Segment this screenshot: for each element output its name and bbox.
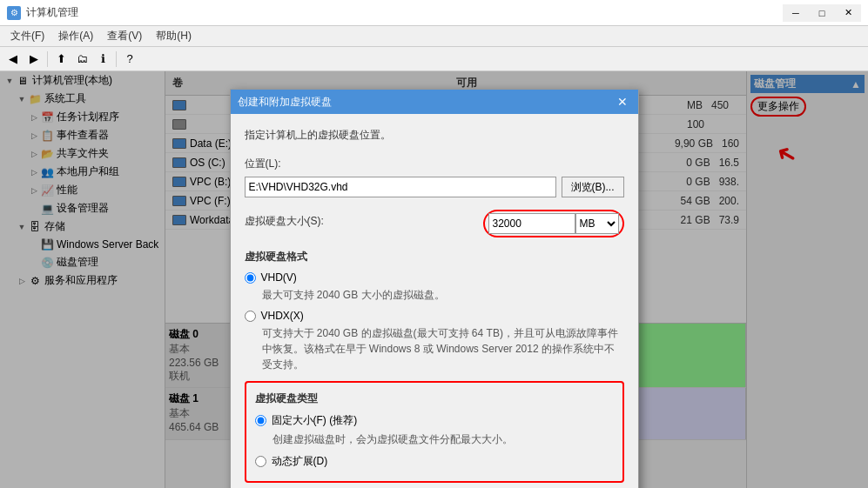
title-bar: ⚙ 计算机管理 ─ □ ✕ — [0, 0, 868, 26]
vhd-radio-row: VHD(V) — [245, 271, 624, 284]
main-layout: ▼ 🖥 计算机管理(本地) ▼ 📁 系统工具 ▷ 📅 任务计划程序 ▷ 📋 事件… — [0, 71, 868, 488]
properties-button[interactable]: ℹ — [93, 50, 112, 69]
vhdx-label: VHDX(X) — [261, 310, 304, 322]
browse-button[interactable]: 浏览(B)... — [562, 177, 624, 197]
format-section-title: 虚拟硬盘格式 — [245, 250, 624, 264]
menu-view[interactable]: 查看(V) — [100, 27, 149, 45]
modal-overlay: 创建和附加虚拟硬盘 ✕ 指定计算机上的虚拟硬盘位置。 位置(L): 浏览(B).… — [0, 71, 868, 488]
vhd-desc: 最大可支持 2040 GB 大小的虚拟磁盘。 — [262, 287, 624, 303]
vhd-label: VHD(V) — [261, 271, 297, 284]
modal-body: 指定计算机上的虚拟硬盘位置。 位置(L): 浏览(B)... 虚拟硬盘大小(S)… — [231, 114, 638, 488]
location-row: 浏览(B)... — [245, 177, 624, 197]
fixed-label: 固定大小(F) (推荐) — [272, 413, 358, 428]
dynamic-radio[interactable] — [255, 456, 266, 467]
close-button[interactable]: ✕ — [835, 4, 861, 22]
minimize-button[interactable]: ─ — [783, 4, 809, 22]
modal-close-button[interactable]: ✕ — [614, 94, 631, 110]
show-hide-button[interactable]: 🗂 — [72, 50, 91, 69]
size-row: 虚拟硬盘大小(S): MB GB TB — [245, 210, 624, 237]
vhdx-radio-row: VHDX(X) — [245, 310, 624, 322]
window-controls: ─ □ ✕ — [783, 4, 861, 22]
dynamic-radio-row: 动态扩展(D) — [255, 454, 614, 469]
create-vhd-dialog: 创建和附加虚拟硬盘 ✕ 指定计算机上的虚拟硬盘位置。 位置(L): 浏览(B).… — [230, 89, 639, 488]
fixed-radio[interactable] — [255, 415, 266, 426]
size-unit-select[interactable]: MB GB TB — [575, 213, 619, 234]
menu-bar: 文件(F) 操作(A) 查看(V) 帮助(H) — [0, 26, 868, 47]
type-section-title: 虚拟硬盘类型 — [255, 391, 614, 406]
maximize-button[interactable]: □ — [809, 4, 835, 22]
app-title: 计算机管理 — [26, 5, 78, 20]
size-input-group: MB GB TB — [483, 210, 624, 237]
menu-help[interactable]: 帮助(H) — [149, 27, 198, 45]
forward-button[interactable]: ▶ — [24, 50, 44, 69]
size-label: 虚拟硬盘大小(S): — [245, 214, 324, 229]
toolbar-separator2 — [116, 51, 117, 67]
app-icon: ⚙ — [7, 6, 21, 20]
modal-title-text: 创建和附加虚拟硬盘 — [238, 95, 614, 110]
toolbar-separator — [47, 51, 48, 67]
vhdx-radio[interactable] — [245, 311, 256, 322]
location-input[interactable] — [245, 177, 556, 197]
modal-title-bar: 创建和附加虚拟硬盘 ✕ — [231, 90, 638, 114]
menu-action[interactable]: 操作(A) — [51, 27, 100, 45]
up-button[interactable]: ⬆ — [51, 50, 71, 69]
modal-description: 指定计算机上的虚拟硬盘位置。 — [245, 128, 624, 143]
type-section: 虚拟硬盘类型 固定大小(F) (推荐) 创建虚拟磁盘时，会为虚拟硬盘文件分配最大… — [245, 381, 624, 483]
help-button[interactable]: ? — [120, 50, 139, 69]
menu-file[interactable]: 文件(F) — [3, 27, 51, 45]
fixed-desc: 创建虚拟磁盘时，会为虚拟硬盘文件分配最大大小。 — [273, 431, 614, 447]
toolbar: ◀ ▶ ⬆ 🗂 ℹ ? — [0, 47, 868, 71]
vhdx-desc: 可支持大于 2040 GB 的虚拟磁盘(最大可支持 64 TB)，并且可从电源故… — [262, 325, 624, 372]
back-button[interactable]: ◀ — [3, 50, 23, 69]
vhd-radio[interactable] — [245, 272, 256, 284]
location-label: 位置(L): — [245, 157, 624, 171]
fixed-radio-row: 固定大小(F) (推荐) — [255, 413, 614, 428]
dynamic-label: 动态扩展(D) — [272, 454, 328, 469]
size-input[interactable] — [488, 213, 575, 234]
